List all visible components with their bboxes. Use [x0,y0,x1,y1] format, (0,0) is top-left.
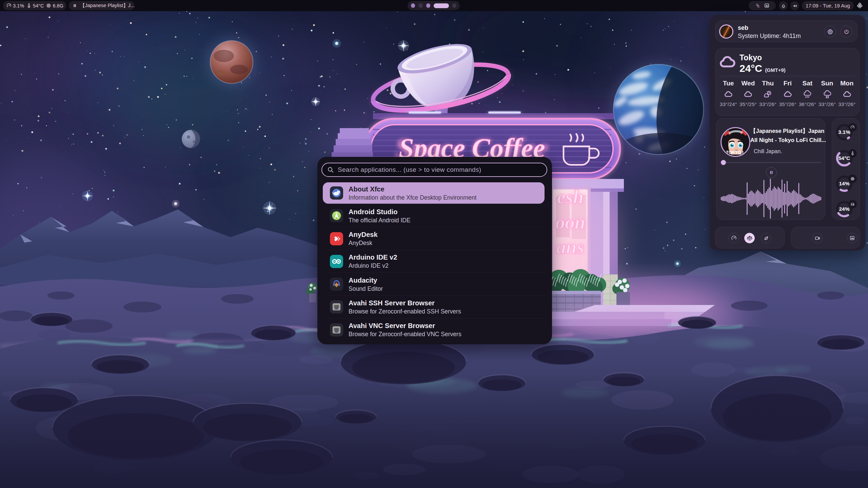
svg-text:C: C [757,4,760,8]
